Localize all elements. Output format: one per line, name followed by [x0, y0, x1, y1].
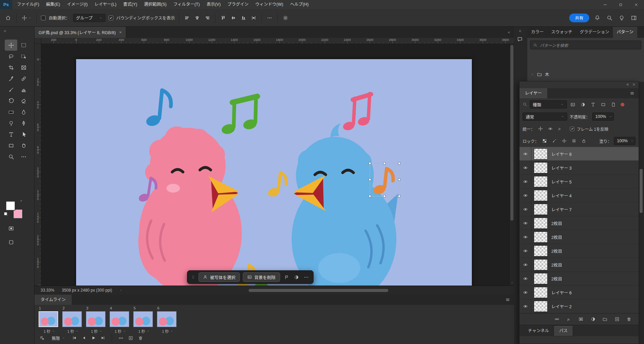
history-brush-tool[interactable] — [5, 95, 17, 106]
layer-row[interactable]: レイヤー 7 — [520, 202, 639, 216]
dock-scrollbar-thumb[interactable] — [640, 169, 643, 213]
auto-select-mode-dropdown[interactable]: グループ — [73, 14, 106, 22]
align-right-icon[interactable] — [204, 14, 211, 22]
more-options-icon[interactable] — [303, 274, 310, 281]
frame-duration-dropdown[interactable]: 1 秒 — [62, 327, 84, 334]
blur-tool[interactable] — [17, 106, 30, 118]
frame-tool[interactable] — [17, 62, 30, 73]
frame-duration-dropdown[interactable]: 1 秒 — [110, 327, 131, 334]
object-selection-tool[interactable] — [17, 51, 30, 62]
play-button[interactable] — [90, 335, 97, 341]
path-selection-tool[interactable] — [17, 129, 30, 140]
layer-row[interactable]: レイヤー 4 — [520, 189, 639, 202]
layer-thumbnail[interactable] — [534, 245, 548, 256]
vertical-ruler[interactable]: 020040060080010001200140016001800 — [34, 44, 41, 286]
current-tool-button[interactable] — [21, 14, 32, 22]
first-frame-button[interactable] — [71, 335, 78, 341]
frame-thumbnail[interactable] — [39, 311, 58, 327]
layer-thumbnail[interactable] — [534, 148, 548, 159]
menu-type[interactable]: 書式(Y) — [120, 0, 141, 9]
layer-thumbnail[interactable] — [534, 190, 548, 201]
align-left-icon[interactable] — [183, 14, 191, 22]
transform-selection[interactable] — [370, 163, 399, 196]
filter-adjustment-layers-icon[interactable] — [579, 101, 586, 108]
paths-tab[interactable]: パス — [555, 326, 572, 335]
menu-view[interactable]: 表示(V) — [203, 0, 224, 9]
fill-dropdown[interactable]: 100% — [614, 137, 636, 145]
adjustment-action-icon[interactable] — [293, 274, 300, 281]
collapse-toolbar-icon[interactable] — [3, 29, 7, 33]
blend-mode-dropdown[interactable]: 通常 — [523, 113, 567, 121]
layer-visibility-toggle[interactable] — [520, 299, 531, 313]
menu-select[interactable]: 選択範囲(S) — [141, 0, 170, 9]
filter-type-layers-icon[interactable] — [590, 101, 597, 108]
filter-type-dropdown[interactable]: 種類 — [530, 100, 567, 108]
select-subject-button[interactable]: 被写体を選択 — [199, 272, 240, 282]
clone-stamp-tool[interactable] — [17, 84, 30, 95]
loop-count-dropdown[interactable]: 無限 — [50, 335, 67, 342]
canvas-artwork[interactable] — [76, 59, 472, 286]
tool-settings-button[interactable] — [282, 14, 289, 22]
align-middle-icon[interactable] — [230, 14, 237, 22]
quick-mask-button[interactable] — [8, 223, 14, 234]
distribute-icon[interactable] — [250, 14, 257, 22]
selection-handle[interactable] — [398, 195, 400, 197]
timeline-frame[interactable]: 5 1 秒 — [133, 306, 155, 334]
timeline-frame[interactable]: 2 1 秒 — [62, 306, 84, 334]
frame-duration-dropdown[interactable]: 1 秒 — [157, 327, 179, 334]
layer-visibility-toggle[interactable] — [520, 175, 531, 188]
more-options-button[interactable] — [266, 14, 273, 22]
type-tool[interactable] — [5, 129, 17, 140]
layer-visibility-toggle[interactable] — [520, 161, 531, 174]
layer-style-icon[interactable] — [566, 316, 573, 323]
add-mask-icon[interactable] — [577, 316, 584, 323]
unify-visibility-icon[interactable] — [547, 125, 554, 132]
selection-handle[interactable] — [383, 195, 386, 197]
hand-tool[interactable] — [17, 140, 30, 151]
layer-visibility-toggle[interactable] — [520, 258, 531, 271]
layer-thumbnail[interactable] — [534, 287, 548, 298]
screen-mode-button[interactable] — [8, 237, 14, 248]
layer-row[interactable]: 2枚目 — [520, 216, 639, 230]
edit-toolbar-button[interactable] — [17, 151, 30, 162]
collapse-layers-panel-icon[interactable] — [625, 82, 630, 87]
discover-icon[interactable] — [618, 14, 626, 22]
share-button[interactable]: 共有 — [569, 14, 589, 22]
taskbar-grip[interactable] — [191, 275, 196, 279]
layer-thumbnail[interactable] — [534, 259, 548, 270]
layer-row[interactable]: レイヤー 8 — [520, 147, 639, 161]
pattern-folder-row[interactable]: 木 — [531, 71, 549, 77]
eyedropper-tool[interactable] — [5, 73, 17, 84]
collapse-canvas-panels-icon[interactable] — [507, 27, 514, 38]
close-layers-panel-icon[interactable] — [631, 82, 636, 87]
move-tool[interactable] — [5, 40, 17, 51]
swatches-tab[interactable]: スウォッチ — [548, 27, 576, 38]
shape-tool[interactable] — [5, 140, 17, 151]
patterns-tab[interactable]: パターン — [613, 27, 637, 38]
filter-pixel-layers-icon[interactable] — [569, 101, 576, 108]
propagate-frame-checkbox[interactable] — [570, 127, 574, 131]
layer-thumbnail[interactable] — [534, 176, 548, 187]
selection-handle[interactable] — [369, 162, 371, 165]
tween-button[interactable] — [117, 335, 124, 342]
zoom-level[interactable]: 33.33% — [41, 288, 54, 293]
frame-duration-dropdown[interactable]: 1 秒 — [39, 327, 60, 334]
default-colors-icon[interactable] — [4, 212, 7, 215]
unify-position-icon[interactable] — [537, 125, 544, 132]
search-icon[interactable] — [605, 14, 614, 22]
frame-thumbnail[interactable] — [110, 311, 129, 327]
notifications-icon[interactable] — [593, 14, 601, 22]
frame-duration-dropdown[interactable]: 1 秒 — [86, 327, 108, 334]
layer-row[interactable]: 2枚目 — [520, 272, 639, 286]
gradient-tool[interactable] — [5, 106, 17, 118]
layer-thumbnail[interactable] — [534, 273, 548, 284]
timeline-frame[interactable]: 4 1 秒 — [110, 306, 131, 334]
layer-thumbnail[interactable] — [534, 231, 548, 243]
layer-visibility-toggle[interactable] — [520, 230, 531, 244]
layer-visibility-toggle[interactable] — [520, 244, 531, 257]
new-group-icon[interactable] — [601, 316, 608, 323]
gradients-tab[interactable]: グラデーション — [576, 27, 613, 38]
next-frame-button[interactable] — [99, 335, 106, 341]
menu-filter[interactable]: フィルター(T) — [170, 0, 203, 9]
channels-tab[interactable]: チャンネル — [524, 326, 553, 335]
